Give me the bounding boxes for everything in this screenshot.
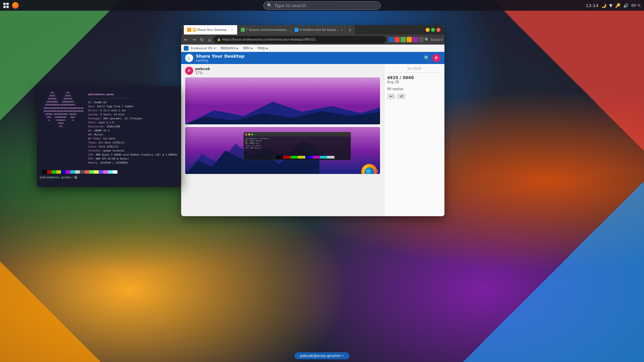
terminal-body: . . .##. .##. .####. .####. .######. .##… [37, 86, 181, 187]
color-block-12 [99, 170, 103, 174]
bookmark-websites[interactable]: Websites ▸ [219, 46, 239, 50]
terminal-code-preview: pebcak@enos:~$ neofetch OS: EndOS x86_64… [244, 136, 351, 150]
vpn-icon[interactable]: 🔑 [614, 2, 621, 9]
window-minimize[interactable] [426, 28, 430, 32]
system-tray: 🌙 ▼ 🔑 🔊 89 % [600, 2, 641, 9]
color-block-9 [85, 170, 89, 174]
browser-toolbar: ← → ↻ ⌂ 🔒 https://forum.endeavouros.com/… [181, 35, 444, 45]
terminal-window: _pebcak@enos-gnome:~ × pebcak@enos-gnome… [37, 86, 181, 187]
activities-button[interactable] [3, 2, 9, 9]
dot-close [245, 133, 247, 135]
ext-icon-3[interactable] [400, 37, 406, 42]
forum-sidebar: Jul 2019 4925 / 5040 Aug 28 99 replies ↩… [384, 64, 444, 216]
tab-close-1[interactable]: × [230, 28, 234, 32]
neofetch-info: pebcak@enos-gnome ----------------------… [88, 88, 177, 169]
gnome-watermark-1: ⬡ Gnome [363, 120, 378, 123]
firefox-globe [365, 167, 374, 174]
color-blocks-row [42, 170, 178, 174]
bookmarks-bar: Endeavour OS ✦ Websites ▸ Wiki ▸ Help ▸ [181, 45, 444, 52]
forum-title: Share Your Desktop [196, 54, 245, 59]
sidebar-replies: 99 replies [387, 87, 442, 91]
forum-logo: L [185, 54, 193, 62]
terminal-on-image: pebcak@enos:~$ neofetch OS: EndOS x86_64… [244, 132, 351, 160]
search-bar[interactable]: 🔍 Type to search [263, 1, 381, 10]
tab-label-2: Γ Gnome recommendation... [246, 28, 289, 32]
bookmark-eos[interactable]: Endeavour OS ✦ [190, 46, 217, 50]
dot-max [251, 133, 253, 135]
reload-button[interactable]: ↻ [199, 37, 206, 43]
color-block-5 [66, 170, 70, 174]
home-button[interactable]: ⌂ [207, 37, 213, 43]
eos-bookmark-icon [184, 46, 189, 51]
post-image-inner-2: pebcak@enos:~$ neofetch OS: EndOS x86_64… [185, 127, 380, 174]
forum-page: L Share Your Desktop Lemmy 🔍 P P pebcak … [181, 52, 444, 216]
color-block-4 [61, 170, 66, 174]
ext-icon-5[interactable] [413, 37, 418, 42]
post-image-2[interactable]: pebcak@enos:~$ neofetch OS: EndOS x86_64… [185, 127, 380, 174]
ext-icon-6[interactable] [419, 37, 424, 42]
terminal-prompt: pebcak@enos-gnome:~$ [40, 176, 178, 179]
forum-main: P pebcak 17% ⬡ Gnome [181, 64, 384, 216]
search-icon-toolbar[interactable]: 🔍 Search [425, 38, 443, 42]
forum-search-icon[interactable]: 🔍 [424, 55, 430, 61]
post-username[interactable]: pebcak [195, 67, 210, 71]
tab-label-3: Α Uniform.bck En Guest... [300, 28, 339, 32]
tab-close-3[interactable]: × [340, 28, 344, 32]
ext-icon-2[interactable] [394, 37, 400, 42]
window-close[interactable] [436, 28, 440, 32]
tab-favicon-3 [294, 28, 299, 32]
browser-tab-1[interactable]: 🔁 Share Your Desktop - × [184, 25, 237, 35]
ext-icon-4[interactable] [407, 37, 412, 42]
tab-favicon-2 [241, 28, 245, 32]
neofetch-art: . . .##. .##. .####. .####. .######. .##… [40, 88, 85, 169]
color-block-10 [89, 170, 94, 174]
post-vote: 17% [195, 71, 210, 75]
ext-icon-1[interactable] [388, 37, 394, 42]
window-maximize[interactable] [431, 28, 435, 32]
url-text: https://forum.endeavouros.com/t/share-yo… [222, 38, 316, 41]
clock[interactable]: 13:14 [586, 3, 598, 8]
bookmark-help[interactable]: Help ▸ [256, 46, 269, 50]
browser-window: 🔁 Share Your Desktop - × Γ Gnome recomme… [181, 25, 444, 216]
network-icon[interactable]: ▼ [608, 2, 613, 9]
color-block-2 [52, 170, 56, 174]
back-button[interactable]: ← [182, 37, 190, 43]
color-block-7 [75, 170, 80, 174]
cursor [76, 176, 76, 179]
sidebar-date: Jul 2019 [387, 67, 442, 70]
color-block-3 [56, 170, 61, 174]
color-block-15 [113, 170, 117, 174]
stars-layer [185, 79, 380, 93]
topbar-left [3, 2, 19, 9]
volume-icon[interactable]: 🔊 [623, 2, 629, 9]
extensions-area: 🔍 Search [388, 37, 443, 42]
bookmark-wiki[interactable]: Wiki ▸ [242, 46, 254, 50]
reply-button[interactable]: ↩ [387, 94, 395, 99]
search-bar-container: 🔍 Type to search [263, 1, 381, 10]
share-button[interactable]: ↺ [397, 94, 405, 99]
browser-tab-2[interactable]: Γ Gnome recommendation... × [237, 25, 291, 35]
moon-icon[interactable]: 🌙 [600, 2, 607, 9]
search-placeholder: Type to search [274, 3, 306, 8]
terminal-taskbar-label[interactable]: pebcak@enos-gnome:~ [294, 352, 350, 359]
forum-topbar: L Share Your Desktop Lemmy 🔍 P [181, 52, 444, 64]
forum-user-icon[interactable]: P [432, 54, 440, 62]
post-image-1[interactable]: ⬡ Gnome [185, 77, 380, 124]
post-action-buttons: ↩ ↺ [387, 94, 442, 99]
color-block-0 [42, 170, 47, 174]
url-bar[interactable]: 🔒 https://forum.endeavouros.com/t/share-… [214, 36, 386, 43]
color-bar [276, 156, 335, 159]
firefox-taskbar-icon[interactable] [12, 2, 19, 9]
new-tab-button[interactable]: + [345, 25, 355, 35]
mountain-scene-1: ⬡ Gnome [185, 77, 380, 124]
color-block-11 [94, 170, 99, 174]
forum-subtitle: Lemmy [196, 59, 245, 62]
dot-min [248, 133, 250, 135]
tab-favicon-1 [187, 28, 191, 32]
browser-tab-3[interactable]: Α Uniform.bck En Guest... × [291, 25, 345, 35]
sidebar-divider [387, 72, 442, 73]
battery-label[interactable]: 89 % [631, 3, 641, 8]
color-block-6 [70, 170, 75, 174]
forward-button[interactable]: → [191, 37, 198, 43]
post-avatar: P [185, 67, 193, 75]
